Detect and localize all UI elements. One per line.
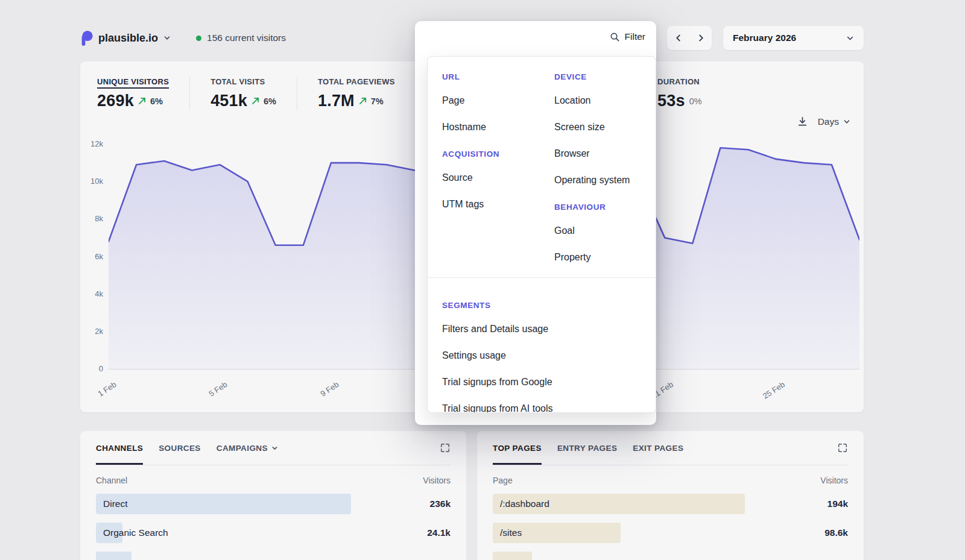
metric-total-pageviews[interactable]: TOTAL PAGEVIEWS1.7M7% (318, 77, 416, 110)
filter-dropdown-grid: URLPageHostnameACQUISITIONSourceUTM tags… (442, 71, 641, 270)
metric-change: 6% (264, 96, 276, 106)
pages-card: TOP PAGESENTRY PAGESEXIT PAGES Page Visi… (477, 431, 864, 560)
metric-unique-visitors[interactable]: UNIQUE VISITORS269k6% (97, 77, 190, 110)
current-visitors[interactable]: 156 current visitors (196, 33, 286, 43)
segment-item-settings-usage[interactable]: Settings usage (442, 342, 641, 368)
trend-up-icon (138, 97, 146, 105)
filter-item-page[interactable]: Page (442, 87, 554, 113)
segment-item-trial-signups-from-ai-tools[interactable]: Trial signups from AI tools (442, 395, 641, 413)
table-row[interactable] (96, 549, 451, 560)
y-axis-label: 12k (90, 139, 103, 148)
y-axis-label: 10k (90, 177, 103, 186)
table-row-organic-search[interactable]: Organic Search24.1k (96, 520, 451, 546)
filter-item-screen-size[interactable]: Screen size (554, 113, 641, 140)
table-header: Channel Visitors (96, 465, 451, 491)
segments-section: SEGMENTS Filters and Details usageSettin… (442, 278, 641, 413)
column-value: Visitors (820, 476, 848, 485)
expand-button[interactable] (837, 431, 848, 465)
metric-label: DURATION (657, 77, 702, 86)
next-period-button[interactable] (689, 26, 712, 50)
y-axis-label: 8k (95, 214, 103, 223)
table-header: Page Visitors (493, 465, 848, 491)
chart-y-axis: 02k4k6k8k10k12k (80, 144, 103, 369)
interval-dropdown[interactable]: Days (818, 116, 850, 127)
segments-items: Filters and Details usageSettings usageT… (442, 315, 641, 413)
column-value: Visitors (423, 476, 451, 485)
x-axis-label: 9 Feb (318, 380, 340, 398)
expand-button[interactable] (440, 431, 451, 465)
filter-section-title: BEHAVIOUR (554, 201, 641, 213)
chevron-down-icon (846, 34, 854, 42)
table-row-dashboard[interactable]: /:dashboard194k (493, 491, 848, 517)
table-row[interactable] (493, 549, 848, 560)
channels-tabs: CHANNELSSOURCESCAMPAIGNS (96, 431, 278, 465)
header-right: February 2026 (667, 26, 864, 50)
metric-change: 7% (371, 96, 384, 106)
site-name: plausible.io (98, 32, 158, 45)
metric-total-visits[interactable]: TOTAL VISITS451k6% (210, 77, 297, 110)
metric-value: 53s (657, 92, 685, 110)
bottom-row: CHANNELSSOURCESCAMPAIGNS Channel Visitor… (80, 431, 864, 560)
tab-entry-pages[interactable]: ENTRY PAGES (557, 431, 617, 465)
segment-item-trial-signups-from-google[interactable]: Trial signups from Google (442, 368, 641, 395)
tab-sources[interactable]: SOURCES (159, 431, 201, 465)
metric-visit-duration[interactable]: DURATION 53s 0% (657, 77, 702, 110)
segment-item-filters-and-details-usage[interactable]: Filters and Details usage (442, 315, 641, 342)
plausible-logo (80, 30, 93, 46)
pages-rows: /:dashboard194k/sites98.6k (493, 491, 848, 560)
filter-item-hostname[interactable]: Hostname (442, 113, 554, 140)
prev-period-button[interactable] (667, 26, 689, 50)
tab-campaigns[interactable]: CAMPAIGNS (217, 431, 278, 465)
filter-column-1: URLPageHostnameACQUISITIONSourceUTM tags (442, 71, 554, 270)
row-value: 236k (430, 499, 451, 509)
metric-change: 0% (689, 96, 702, 106)
metric-label: TOTAL PAGEVIEWS (318, 77, 395, 86)
y-axis-label: 0 (99, 364, 103, 373)
filter-button-label: Filter (625, 31, 645, 42)
metric-change: 6% (150, 96, 163, 106)
filter-section-title: SEGMENTS (442, 300, 641, 312)
filter-button[interactable]: Filter (606, 31, 649, 43)
download-icon (797, 116, 808, 127)
pages-tabs: TOP PAGESENTRY PAGESEXIT PAGES (493, 431, 683, 465)
download-button[interactable] (797, 116, 808, 127)
channels-rows: Direct236kOrganic Search24.1k (96, 491, 451, 560)
period-nav (667, 26, 712, 50)
tab-channels[interactable]: CHANNELS (96, 431, 143, 465)
x-axis-label: 5 Feb (207, 380, 229, 398)
filter-column-2: DEVICELocationScreen sizeBrowserOperatin… (554, 71, 641, 270)
row-label: Direct (96, 499, 127, 509)
filter-item-property[interactable]: Property (554, 244, 641, 270)
filter-item-goal[interactable]: Goal (554, 217, 641, 244)
x-axis-label: 1 Feb (96, 380, 118, 398)
filter-item-operating-system[interactable]: Operating system (554, 166, 641, 193)
filter-item-utm-tags[interactable]: UTM tags (442, 190, 554, 217)
chevron-right-icon (697, 34, 705, 42)
y-axis-label: 4k (95, 289, 103, 298)
row-value: 24.1k (427, 527, 451, 538)
pages-tabs-row: TOP PAGESENTRY PAGESEXIT PAGES (493, 431, 848, 465)
table-row-direct[interactable]: Direct236k (96, 491, 451, 517)
date-range-picker[interactable]: February 2026 (723, 26, 864, 50)
expand-icon (440, 442, 451, 453)
row-bar (96, 494, 351, 514)
column-label: Page (493, 476, 513, 485)
site-selector[interactable]: plausible.io (80, 30, 171, 46)
metric-value: 1.7M (318, 92, 355, 110)
filter-item-source[interactable]: Source (442, 164, 554, 190)
metric-label: TOTAL VISITS (210, 77, 276, 86)
filter-item-browser[interactable]: Browser (554, 140, 641, 166)
row-value: 194k (827, 499, 848, 509)
y-axis-label: 6k (95, 252, 103, 261)
metric-value: 269k (97, 92, 134, 110)
row-label: /:dashboard (493, 499, 549, 509)
filter-item-location[interactable]: Location (554, 87, 641, 113)
chevron-down-icon (163, 34, 171, 42)
table-row-sites[interactable]: /sites98.6k (493, 520, 848, 546)
filter-section-title: DEVICE (554, 71, 641, 83)
tab-exit-pages[interactable]: EXIT PAGES (633, 431, 683, 465)
tab-top-pages[interactable]: TOP PAGES (493, 431, 542, 465)
chevron-down-icon (271, 445, 278, 451)
live-dot-icon (196, 36, 201, 41)
channels-card: CHANNELSSOURCESCAMPAIGNS Channel Visitor… (80, 431, 466, 560)
